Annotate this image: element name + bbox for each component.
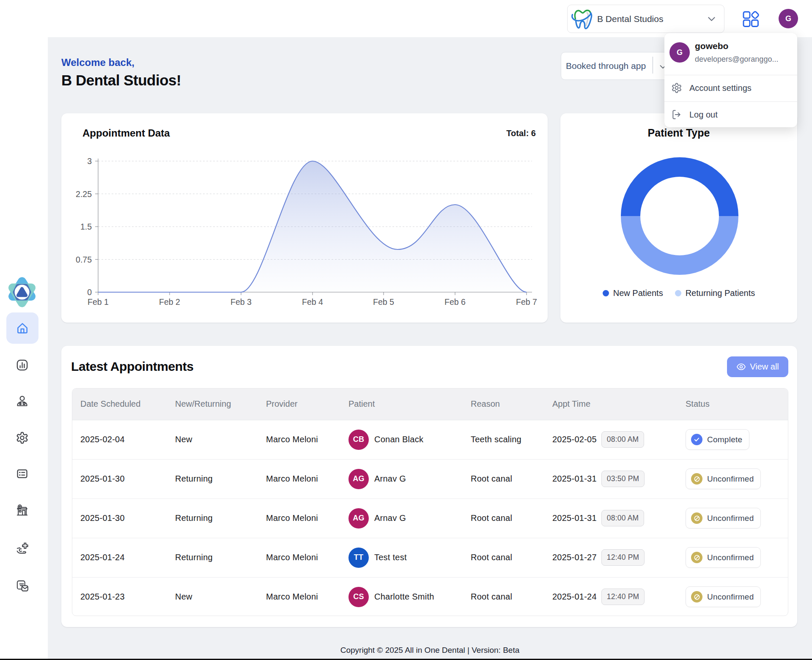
- svg-text:2.25: 2.25: [76, 189, 92, 199]
- svg-text:1.5: 1.5: [80, 222, 92, 231]
- svg-text:Feb 2: Feb 2: [159, 297, 180, 307]
- svg-text:0.75: 0.75: [76, 255, 92, 264]
- svg-text:Feb 5: Feb 5: [373, 297, 394, 307]
- svg-text:Feb 1: Feb 1: [88, 297, 109, 307]
- svg-text:3: 3: [87, 156, 92, 166]
- svg-text:Feb 3: Feb 3: [230, 297, 252, 307]
- svg-text:Feb 6: Feb 6: [444, 297, 466, 307]
- svg-text:Feb 4: Feb 4: [302, 297, 323, 307]
- svg-text:0: 0: [87, 288, 92, 297]
- svg-text:Feb 7: Feb 7: [516, 297, 537, 307]
